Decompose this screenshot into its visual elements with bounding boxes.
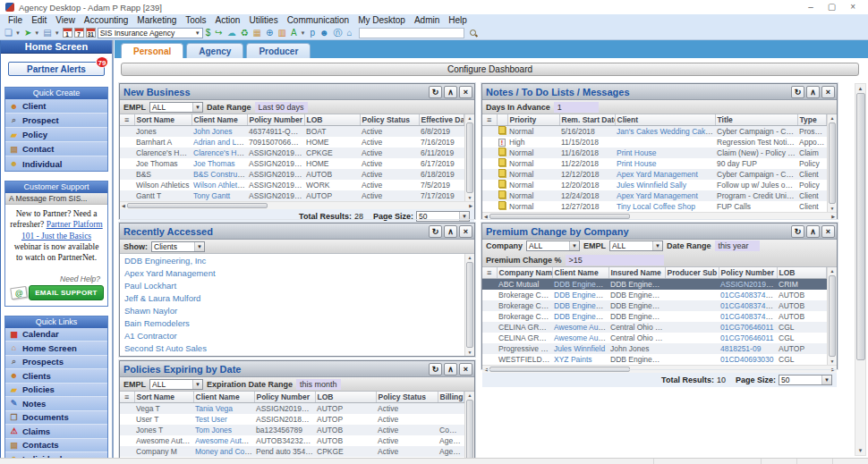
collapse-icon[interactable]: ∧ (444, 363, 457, 375)
chevron-down-icon[interactable]: ▼ (15, 30, 21, 36)
home-icon[interactable]: ⌂ (346, 28, 353, 38)
empl-select[interactable]: ALL▼ (149, 102, 203, 113)
menu-action[interactable]: Action (211, 15, 245, 25)
record-link[interactable]: Adrian and Lisa... (193, 138, 247, 147)
table-row[interactable]: ABC MutualDDB Engineerin...DDB Engineeri… (482, 279, 827, 290)
table-row[interactable]: Brokerage Comp...DDB Engineerin...DDB En… (482, 300, 827, 311)
menu-view[interactable]: View (51, 15, 80, 25)
table-row[interactable]: Normal12/20/2018Jules Winnfield SallyFol… (482, 180, 827, 190)
close-icon[interactable]: × (459, 363, 472, 375)
table-row[interactable]: Brokerage Comp...DDB Engineerin...DDB En… (482, 290, 827, 300)
column-header[interactable]: Title (715, 114, 797, 126)
recently-accessed-link[interactable]: Jeff & Laura Mulford (120, 291, 464, 304)
close-icon[interactable]: × (821, 225, 835, 238)
menu-accounting[interactable]: Accounting (80, 15, 132, 25)
quick-create-item-individual[interactable]: ☻Individual (5, 156, 107, 171)
record-link[interactable]: Awesome Auto Body (195, 436, 254, 445)
column-header[interactable]: Client Name (552, 267, 608, 279)
record-link[interactable]: 4818251-09 (720, 344, 761, 353)
record-link[interactable]: Jules Winnfield (554, 344, 605, 353)
sidebar-item-claims[interactable]: ⚠Claims (5, 425, 107, 439)
recently-accessed-link[interactable]: JayBee Convenience Stores (120, 354, 464, 356)
column-header[interactable]: Client Name (191, 114, 247, 126)
vertical-scrollbar[interactable]: ▲▼ (464, 114, 474, 201)
column-header[interactable]: Priority (507, 114, 559, 126)
calendar-1-icon[interactable]: 1 (63, 28, 72, 38)
menu-my-desktop[interactable]: My Desktop (353, 15, 410, 25)
record-link[interactable]: 01CD40693030 (720, 355, 774, 364)
empl-select[interactable]: ALL▼ (609, 240, 663, 251)
column-header[interactable]: LOB (315, 392, 376, 403)
vertical-scrollbar[interactable]: ▲▼ (827, 267, 837, 365)
sidebar-item-policies[interactable]: ▰Policies (5, 384, 107, 398)
record-link[interactable]: Awesome Auto... (554, 323, 608, 332)
column-header[interactable]: LOB (777, 267, 827, 279)
configure-dashboard-button[interactable]: Configure Dashboard (121, 63, 859, 76)
menu-edit[interactable]: Edit (27, 15, 51, 25)
horizontal-scrollbar[interactable]: ◀▶ (482, 365, 837, 373)
refresh-icon[interactable]: ↻ (429, 86, 442, 98)
expiration-date-range-value[interactable]: this month (296, 379, 341, 390)
sidebar-item-prospects[interactable]: ⌕Prospects (5, 356, 107, 370)
tab-personal[interactable]: Personal (121, 43, 183, 58)
column-header[interactable]: Client (615, 114, 715, 126)
record-link[interactable]: Jan's Cakes Wedding Cakes and... (617, 127, 715, 136)
close-button[interactable]: × (850, 3, 855, 12)
page-size-select[interactable]: 50▼ (779, 375, 832, 385)
horizontal-scrollbar[interactable]: ◀▶ (482, 212, 837, 220)
new-document-icon[interactable]: ❏ (4, 28, 13, 38)
quick-send-icon[interactable]: ➤ (23, 28, 32, 38)
table-row[interactable]: High11/15/2018Regression Test Notify Ot.… (482, 137, 827, 148)
vertical-scrollbar[interactable]: ▲▼ (464, 254, 474, 356)
record-link[interactable]: Money and Comp... (195, 447, 254, 456)
menu-communication[interactable]: Communication (283, 15, 353, 25)
record-link[interactable]: 01CG70646011 (720, 323, 773, 332)
agency-select[interactable]: SIS Insurance Agency ▼ (98, 28, 203, 38)
recently-accessed-link[interactable]: A1 Contractor (120, 329, 464, 342)
global-search-input[interactable] (359, 28, 464, 38)
table-row[interactable]: Normal12/12/2018Apex Yard ManagementCybe… (482, 169, 827, 180)
menu-utilities[interactable]: Utilities (244, 15, 282, 25)
column-header[interactable]: Policy Number (247, 114, 304, 126)
tab-agency[interactable]: Agency (186, 43, 243, 58)
table-row[interactable]: Normal5/16/2018Jan's Cakes Wedding Cakes… (482, 126, 827, 137)
record-link[interactable]: 01CG40837440... (720, 312, 777, 321)
premium-change-value[interactable]: >15 (566, 255, 664, 266)
column-header[interactable]: Policy Number (719, 267, 777, 279)
record-link[interactable]: 01CG70646011 (720, 333, 773, 342)
table-row[interactable]: CELINA GROUPAwesome Auto...Central Ohio … (482, 333, 827, 343)
table-row[interactable]: Normal12/27/2018Tiny Local Coffee ShopFU… (482, 201, 827, 212)
table-row[interactable]: Barnhart AAdrian and Lisa...709150706612… (120, 137, 464, 148)
email-support-button[interactable]: EMAIL SUPPORT (29, 285, 104, 300)
renewal-icon[interactable]: ♻ (240, 28, 250, 38)
menu-admin[interactable]: Admin (410, 15, 444, 25)
table-row[interactable]: Normal11/16/2018Print HouseClaim (New) -… (482, 148, 827, 158)
grid-menu-icon[interactable]: ≡ (482, 114, 497, 126)
close-icon[interactable]: × (821, 86, 835, 98)
maximize-button[interactable]: ▢ (828, 3, 836, 12)
record-link[interactable]: 01CG40837440... (720, 301, 777, 310)
record-link[interactable]: Jules Winnfield Sally (617, 181, 686, 190)
collapse-icon[interactable]: ∧ (444, 225, 457, 238)
sidebar-item-clients[interactable]: ☻Clients (5, 369, 107, 384)
column-header[interactable]: LOB (304, 114, 360, 126)
table-row[interactable]: JonesJohn Jones46374911-QUOTEBOATActive6… (120, 126, 464, 137)
record-link[interactable]: Wilson Athletics (193, 181, 247, 190)
record-link[interactable]: Joe Thomas (193, 159, 235, 168)
menu-tools[interactable]: Tools (181, 15, 210, 25)
collapse-icon[interactable]: ∧ (806, 225, 820, 238)
refresh-icon[interactable]: ↻ (429, 225, 442, 238)
column-header[interactable]: Policy Number (254, 392, 315, 403)
table-row[interactable]: Brokerage Comp...DDB Engineerin...DDB En… (482, 311, 827, 322)
table-row[interactable]: Joe ThomasJoe ThomasASSIGN2019061...HOME… (120, 158, 464, 169)
record-link[interactable]: Tom Jones (195, 426, 232, 434)
main-vertical-scrollbar[interactable]: ▲▼ (855, 83, 866, 456)
vertical-scrollbar[interactable]: ▲▼ (827, 114, 837, 212)
close-icon[interactable]: × (459, 225, 472, 238)
column-header[interactable]: Effective Date (419, 114, 464, 126)
collapse-icon[interactable]: ∧ (444, 86, 457, 98)
chevron-down-icon[interactable]: ▼ (301, 30, 306, 36)
record-link[interactable]: John Jones (193, 127, 232, 136)
dollar-icon[interactable]: $ (205, 28, 212, 38)
column-header[interactable]: Sort Name (134, 114, 191, 126)
